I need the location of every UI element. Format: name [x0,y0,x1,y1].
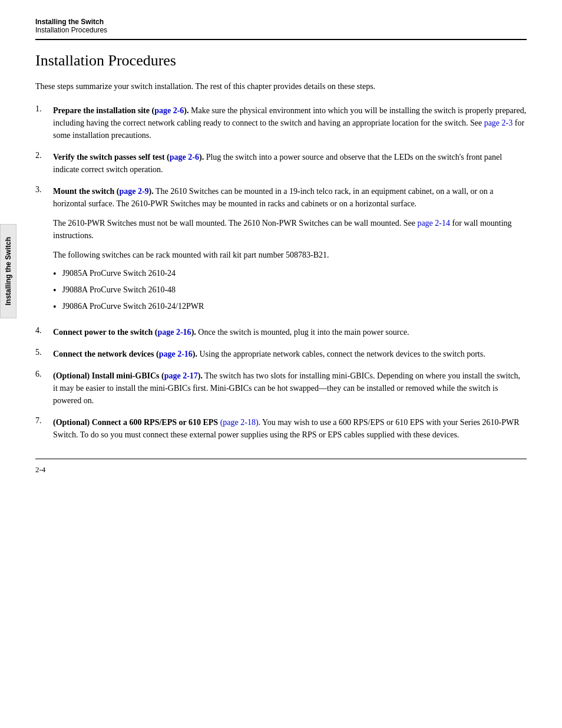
item4-bold: Connect power to the switch (page 2-16). [53,328,196,337]
page-number: 2-4 [35,465,527,475]
list-number-5: 5. [35,348,53,357]
item3-sub2: The following switches can be rack mount… [53,249,527,261]
item1-link1[interactable]: page 2-6 [154,106,184,115]
side-tab-label: Installing the Switch [4,237,12,305]
item4-link1[interactable]: page 2-16 [157,328,191,337]
list-number-6: 6. [35,370,53,379]
list-item: 3. Mount the switch (page 2-9). The 2610… [35,185,527,317]
item3-link1[interactable]: page 2-9 [119,187,148,196]
item3-sub1: The 2610-PWR Switches must not be wall m… [53,217,527,242]
breadcrumb-line1: Installing the Switch [35,18,527,26]
list-item: 1. Prepare the installation site (page 2… [35,104,527,141]
list-item: 4. Connect power to the switch (page 2-1… [35,326,527,338]
list-item: 2. Verify the switch passes self test (p… [35,151,527,176]
bullet-item: J9088A ProCurve Switch 2610-48 [53,284,527,298]
breadcrumb-line2: Installation Procedures [35,26,527,34]
list-item: 5. Connect the network devices (page 2-1… [35,348,527,360]
list-content-7: (Optional) Connect a 600 RPS/EPS or 610 … [53,416,527,441]
page-title: Installation Procedures [35,52,527,70]
list-content-4: Connect power to the switch (page 2-16).… [53,326,527,338]
list-number-2: 2. [35,151,53,160]
item2-link1[interactable]: page 2-6 [170,153,199,162]
bullet-item: J9086A ProCurve Switch 2610-24/12PWR [53,300,527,314]
bullet-item: J9085A ProCurve Switch 2610-24 [53,267,527,281]
list-content-6: (Optional) Install mini-GBICs (page 2-17… [53,370,527,407]
list-item: 7. (Optional) Connect a 600 RPS/EPS or 6… [35,416,527,441]
breadcrumb: Installing the Switch Installation Proce… [35,18,527,40]
item1-bold: Prepare the installation site (page 2-6)… [53,106,189,115]
list-number-1: 1. [35,104,53,114]
intro-paragraph: These steps summarize your switch instal… [35,80,527,93]
item7-link1[interactable]: (page 2-18) [220,418,259,427]
page-container: Installing the Switch Installing the Swi… [0,0,562,728]
numbered-list: 1. Prepare the installation site (page 2… [35,104,527,441]
item7-bold: (Optional) Connect a 600 RPS/EPS or 610 … [53,418,218,427]
list-item: 6. (Optional) Install mini-GBICs (page 2… [35,370,527,407]
main-content: Installing the Switch Installation Proce… [35,0,527,475]
item3-sublink[interactable]: page 2-14 [417,219,450,228]
list-number-4: 4. [35,326,53,335]
bottom-rule [35,459,527,459]
item6-bold: (Optional) Install mini-GBICs (page 2-17… [53,371,203,380]
list-content-2: Verify the switch passes self test (page… [53,151,527,176]
side-tab: Installing the Switch [0,224,16,318]
list-number-3: 3. [35,185,53,195]
item5-bold: Connect the network devices (page 2-16). [53,350,197,358]
item5-link1[interactable]: page 2-16 [159,350,193,358]
item3-bold: Mount the switch (page 2-9). [53,187,154,196]
bullet-list: J9085A ProCurve Switch 2610-24 J9088A Pr… [53,267,527,314]
item1-link2[interactable]: page 2-3 [484,118,513,127]
list-content-1: Prepare the installation site (page 2-6)… [53,104,527,141]
list-number-7: 7. [35,416,53,426]
item2-bold: Verify the switch passes self test (page… [53,153,204,162]
list-content-3: Mount the switch (page 2-9). The 2610 Sw… [53,185,527,317]
item6-link1[interactable]: page 2-17 [164,371,198,380]
list-content-5: Connect the network devices (page 2-16).… [53,348,527,360]
